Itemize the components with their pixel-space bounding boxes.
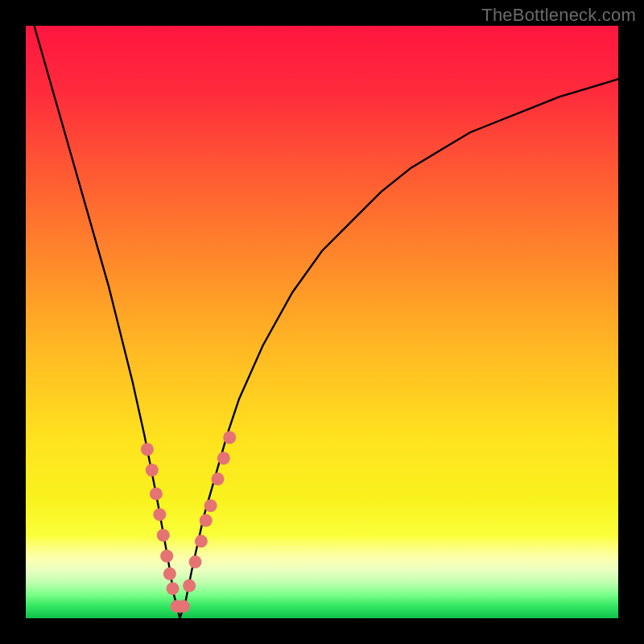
data-dot xyxy=(163,568,176,580)
data-dot xyxy=(160,550,173,563)
data-dot xyxy=(204,499,217,512)
outer-frame: TheBottleneck.com xyxy=(0,0,644,644)
data-dot xyxy=(189,555,202,568)
data-dot xyxy=(150,487,163,500)
highlighted-points xyxy=(141,431,236,613)
data-dot xyxy=(200,514,213,527)
data-dot xyxy=(167,582,180,595)
data-dot xyxy=(217,452,230,464)
data-dot xyxy=(223,431,236,444)
bottleneck-curve xyxy=(26,26,618,618)
watermark-text: TheBottleneck.com xyxy=(481,5,636,26)
chart-layer xyxy=(26,26,618,618)
plot-area xyxy=(26,26,618,618)
data-dot xyxy=(195,535,208,547)
data-dot xyxy=(141,443,154,456)
data-dot xyxy=(146,464,159,477)
data-dot xyxy=(183,580,196,592)
data-dot xyxy=(211,473,224,485)
data-dot xyxy=(157,529,170,542)
data-dot xyxy=(153,508,166,521)
data-dot xyxy=(177,600,190,613)
